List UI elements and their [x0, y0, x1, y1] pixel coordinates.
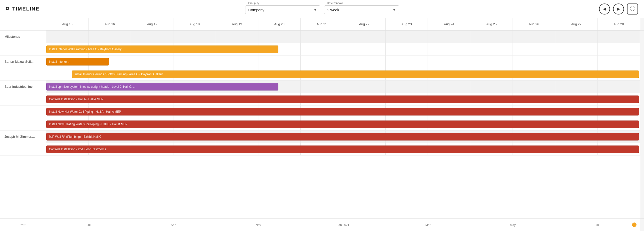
row-scrollbar-spacer	[640, 80, 644, 93]
table-row: Controls Installation - 2nd Floor Restro…	[0, 143, 644, 156]
date-col-3: Aug 18	[174, 18, 216, 30]
date-col-1: Aug 16	[89, 18, 131, 30]
date-window-wrapper: Date window 2 week ▼	[324, 6, 399, 14]
rows-area: 〜 JulSepNovJan 2021MarMayJul MilestonesI…	[0, 30, 644, 231]
row-content: Install Interior ...	[46, 56, 640, 68]
task-bar[interactable]: Install Interior Wall Framing - Area G -…	[46, 46, 278, 53]
row-label	[0, 43, 46, 56]
date-col-7: Aug 22	[343, 18, 386, 30]
row-label	[0, 93, 46, 106]
header-controls: Group by Company ▼ Date window 2 week ▼	[245, 4, 399, 14]
table-row: Barton Malow Self...Install Interior ...	[0, 56, 644, 68]
row-scrollbar-spacer	[640, 130, 644, 143]
row-label: Barton Malow Self...	[0, 56, 46, 68]
row-content: Install New Hot Water Coil Piping - Hall…	[46, 106, 640, 118]
date-window-label: Date window	[327, 2, 343, 4]
task-bar[interactable]: Install New Heating Water Coil Piping - …	[46, 120, 639, 128]
date-col-8: Aug 23	[386, 18, 428, 30]
date-col-9: Aug 24	[428, 18, 470, 30]
row-content: Install sprinkler system lines w/ uprigh…	[46, 80, 640, 93]
date-header-row: Aug 15Aug 16Aug 17Aug 18Aug 19Aug 20Aug …	[0, 18, 644, 30]
row-scrollbar-spacer	[640, 68, 644, 80]
scrollbar-bottom[interactable]	[640, 219, 644, 231]
dates-strip: Aug 15Aug 16Aug 17Aug 18Aug 19Aug 20Aug …	[46, 18, 640, 30]
table-row: Joseph M. Zimmer,...M/P Wall R/I (Plumbi…	[0, 130, 644, 143]
date-col-0: Aug 15	[46, 18, 89, 30]
scrollbar-top[interactable]	[640, 18, 644, 30]
chevron-down-icon-2: ▼	[393, 8, 396, 12]
row-content: Controls Installation - 2nd Floor Restro…	[46, 143, 640, 156]
nav-prev-button[interactable]: ◀	[599, 4, 610, 14]
row-scrollbar-spacer	[640, 30, 644, 43]
title-text: TIMELINE	[12, 6, 40, 12]
date-col-4: Aug 19	[216, 18, 258, 30]
row-label	[0, 143, 46, 156]
nav-next-button[interactable]: ▶	[613, 4, 624, 14]
task-bar[interactable]: Install Interior Ceilings / Soffits Fram…	[72, 70, 639, 78]
table-row: Controls Installation - Hall A - Hall A …	[0, 93, 644, 106]
row-label: Joseph M. Zimmer,...	[0, 130, 46, 143]
expand-button[interactable]: ⛶	[627, 4, 638, 14]
group-by-dropdown[interactable]: Company ▼	[245, 6, 320, 14]
table-row: Install New Hot Water Coil Piping - Hall…	[0, 106, 644, 118]
bottom-date-col-0: Jul	[46, 223, 131, 227]
date-window-dropdown[interactable]: 2 week ▼	[324, 6, 399, 14]
date-col-5: Aug 20	[258, 18, 301, 30]
bottom-date-col-5: May	[470, 223, 555, 227]
grid-icon: ⧉	[6, 6, 10, 12]
app-title: ⧉ TIMELINE	[6, 6, 40, 12]
label-header-spacer	[0, 18, 46, 30]
table-row: Bear Industries, Inc.Install sprinkler s…	[0, 80, 644, 93]
date-window-value: 2 week	[327, 8, 339, 12]
table-row: Install Interior Ceilings / Soffits Fram…	[0, 68, 644, 80]
bottom-date-col-6: Jul	[555, 223, 640, 227]
chevron-down-icon: ▼	[314, 8, 317, 12]
date-col-10: Aug 25	[470, 18, 513, 30]
table-row: Install Interior Wall Framing - Area G -…	[0, 43, 644, 56]
table-row: Install New Heating Water Coil Piping - …	[0, 118, 644, 130]
date-col-2: Aug 17	[131, 18, 174, 30]
task-bar[interactable]: Controls Installation - 2nd Floor Restro…	[46, 146, 639, 153]
date-col-12: Aug 27	[555, 18, 598, 30]
row-scrollbar-spacer	[640, 118, 644, 130]
row-content: M/P Wall R/I (Plumbing) - Exhibit Hall C	[46, 130, 640, 143]
row-label	[0, 106, 46, 118]
row-content: Install Interior Wall Framing - Area G -…	[46, 43, 640, 56]
table-row: Milestones	[0, 30, 644, 43]
row-scrollbar-spacer	[640, 106, 644, 118]
mini-chart-icon: 〜	[20, 221, 26, 229]
orange-dot	[632, 222, 636, 227]
task-bar[interactable]: M/P Wall R/I (Plumbing) - Exhibit Hall C	[46, 133, 639, 140]
bottom-timeline: 〜 JulSepNovJan 2021MarMayJul	[0, 218, 644, 231]
task-bar[interactable]: Install Interior ...	[46, 58, 109, 66]
group-by-value: Company	[248, 8, 264, 12]
group-by-label: Group by	[248, 2, 260, 4]
row-content: Install New Heating Water Coil Piping - …	[46, 118, 640, 130]
row-scrollbar-spacer	[640, 143, 644, 156]
row-scrollbar-spacer	[640, 93, 644, 106]
row-content	[46, 30, 640, 43]
row-content: Controls Installation - Hall A - Hall A …	[46, 93, 640, 106]
row-label: Milestones	[0, 30, 46, 43]
bottom-date-col-2: Nov	[216, 223, 301, 227]
bottom-dates-strip: JulSepNovJan 2021MarMayJul	[46, 219, 640, 231]
row-label	[0, 68, 46, 80]
task-bar[interactable]: Install sprinkler system lines w/ uprigh…	[46, 83, 278, 90]
bottom-date-col-4: Mar	[386, 223, 470, 227]
row-label: Bear Industries, Inc.	[0, 80, 46, 93]
date-col-6: Aug 21	[301, 18, 343, 30]
date-col-13: Aug 28	[598, 18, 640, 30]
row-content: Install Interior Ceilings / Soffits Fram…	[46, 68, 640, 80]
bottom-mini-chart: 〜	[0, 219, 46, 231]
row-scrollbar-spacer	[640, 43, 644, 56]
app-header: ⧉ TIMELINE Group by Company ▼ Date windo…	[0, 0, 644, 18]
task-bar[interactable]: Install New Hot Water Coil Piping - Hall…	[46, 108, 639, 116]
header-buttons: ◀ ▶ ⛶	[599, 4, 638, 14]
date-col-11: Aug 26	[513, 18, 555, 30]
task-bar[interactable]: Controls Installation - Hall A - Hall A …	[46, 96, 639, 103]
row-scrollbar-spacer	[640, 56, 644, 68]
group-by-wrapper: Group by Company ▼	[245, 6, 320, 14]
row-label	[0, 118, 46, 130]
bottom-date-col-1: Sep	[131, 223, 216, 227]
bottom-date-col-3: Jan 2021	[301, 223, 385, 227]
